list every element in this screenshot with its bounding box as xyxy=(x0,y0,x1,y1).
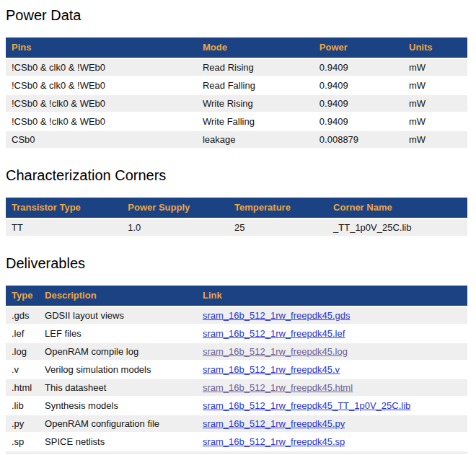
column-header: Description xyxy=(39,286,197,306)
table-cell: GDSII layout views xyxy=(39,307,197,324)
column-header: Units xyxy=(403,37,467,58)
table-cell: .gds xyxy=(6,307,39,324)
table-cell: LEF files xyxy=(39,325,197,342)
deliverable-link[interactable]: sram_16b_512_1rw_freepdk45.lef xyxy=(203,328,345,339)
table-row: .pyOpenRAM configuration filesram_16b_51… xyxy=(6,415,467,432)
table-row: .vVerilog simulation modelssram_16b_512_… xyxy=(6,361,467,378)
table-row: .spSPICE netlistssram_16b_512_1rw_freepd… xyxy=(6,433,467,450)
table-cell: sram_16b_512_1rw_freepdk45.html xyxy=(197,379,467,396)
table-cell: !CSb0 & !clk0 & WEb0 xyxy=(6,113,197,130)
column-header: Power xyxy=(314,37,403,58)
deliverable-link[interactable]: sram_16b_512_1rw_freepdk45.v xyxy=(203,364,340,375)
table-cell: sram_16b_512_1rw_freepdk45.v xyxy=(197,361,467,378)
deliverables-table: TypeDescriptionLink.gdsGDSII layout view… xyxy=(6,284,467,451)
column-header: Type xyxy=(6,286,39,306)
table-row: .gdsGDSII layout viewssram_16b_512_1rw_f… xyxy=(6,307,467,324)
table-cell: leakage xyxy=(197,131,314,148)
table-cell: .log xyxy=(6,343,39,360)
table-cell: sram_16b_512_1rw_freepdk45.lef xyxy=(197,325,467,342)
datasheet-page: Power Data PinsModePowerUnits!CSb0 & clk… xyxy=(0,0,476,454)
table-row: !CSb0 & !clk0 & WEb0Write Rising0.9409mW xyxy=(6,95,467,112)
table-cell: sram_16b_512_1rw_freepdk45.gds xyxy=(197,307,467,324)
characterization-corners-table: Transistor TypePower SupplyTemperatureCo… xyxy=(6,196,467,237)
table-cell: Synthesis models xyxy=(39,397,197,414)
table-cell: 25 xyxy=(229,219,327,236)
table-cell: .lib xyxy=(6,397,39,414)
table-cell: !CSb0 & clk0 & !WEb0 xyxy=(6,77,197,94)
table-cell: !CSb0 & !clk0 & WEb0 xyxy=(6,95,197,112)
header-row: Transistor TypePower SupplyTemperatureCo… xyxy=(6,198,467,218)
table-cell: CSb0 xyxy=(6,131,197,148)
column-header: Transistor Type xyxy=(6,198,122,218)
table-cell: sram_16b_512_1rw_freepdk45.sp xyxy=(197,433,467,450)
table-cell: 0.9409 xyxy=(314,77,403,94)
table-cell: TT xyxy=(6,219,122,236)
deliverable-link[interactable]: sram_16b_512_1rw_freepdk45.py xyxy=(203,418,345,429)
table-row: !CSb0 & clk0 & !WEb0Read Falling0.9409mW xyxy=(6,77,467,94)
table-cell: .html xyxy=(6,379,39,396)
table-cell: OpenRAM compile log xyxy=(39,343,197,360)
table-cell: .lef xyxy=(6,325,39,342)
header-row: TypeDescriptionLink xyxy=(6,286,467,306)
table-row: TT1.025_TT_1p0V_25C.lib xyxy=(6,219,467,236)
table-cell: 0.9409 xyxy=(314,113,403,130)
column-header: Corner Name xyxy=(327,198,467,218)
table-cell: This datasheet xyxy=(39,379,197,396)
table-row: !CSb0 & !clk0 & WEb0Write Falling0.9409m… xyxy=(6,113,467,130)
table-row: .lefLEF filessram_16b_512_1rw_freepdk45.… xyxy=(6,325,467,342)
deliverable-link[interactable]: sram_16b_512_1rw_freepdk45.gds xyxy=(203,310,351,321)
table-cell: mW xyxy=(403,113,467,130)
table-row: .logOpenRAM compile logsram_16b_512_1rw_… xyxy=(6,343,467,360)
deliverable-link[interactable]: sram_16b_512_1rw_freepdk45.html xyxy=(203,382,353,393)
table-cell: 0.008879 xyxy=(314,131,403,148)
table-cell: mW xyxy=(403,131,467,148)
column-header: Power Supply xyxy=(122,198,229,218)
table-cell: sram_16b_512_1rw_freepdk45_TT_1p0V_25C.l… xyxy=(197,397,467,414)
deliverable-link[interactable]: sram_16b_512_1rw_freepdk45_TT_1p0V_25C.l… xyxy=(203,400,410,411)
table-cell: 1.0 xyxy=(122,219,229,236)
table-cell: _TT_1p0V_25C.lib xyxy=(327,219,467,236)
table-cell: Read Falling xyxy=(197,77,314,94)
table-cell: 0.9409 xyxy=(314,59,403,76)
column-header: Temperature xyxy=(229,198,327,218)
table-cell: SPICE netlists xyxy=(39,433,197,450)
header-row: PinsModePowerUnits xyxy=(6,37,467,58)
deliverable-link[interactable]: sram_16b_512_1rw_freepdk45.sp xyxy=(203,436,345,447)
table-cell: mW xyxy=(403,59,467,76)
column-header: Pins xyxy=(6,37,197,58)
table-cell: !CSb0 & clk0 & !WEb0 xyxy=(6,59,197,76)
table-cell: sram_16b_512_1rw_freepdk45.py xyxy=(197,415,467,432)
table-cell: 0.9409 xyxy=(314,95,403,112)
table-cell: mW xyxy=(403,95,467,112)
section-title-power-data: Power Data xyxy=(6,7,467,24)
column-header: Link xyxy=(197,286,467,306)
column-header: Mode xyxy=(197,37,314,58)
table-cell: Write Falling xyxy=(197,113,314,130)
power-data-table: PinsModePowerUnits!CSb0 & clk0 & !WEb0Re… xyxy=(6,36,467,149)
table-cell: .v xyxy=(6,361,39,378)
table-row: .htmlThis datasheetsram_16b_512_1rw_free… xyxy=(6,379,467,396)
table-row: .libSynthesis modelssram_16b_512_1rw_fre… xyxy=(6,397,467,414)
table-cell: mW xyxy=(403,77,467,94)
table-cell: sram_16b_512_1rw_freepdk45.log xyxy=(197,343,467,360)
table-row: CSb0leakage0.008879mW xyxy=(6,131,467,148)
cutoff-row-stripe xyxy=(6,451,467,454)
table-cell: .sp xyxy=(6,433,39,450)
table-cell: Read Rising xyxy=(197,59,314,76)
table-cell: .py xyxy=(6,415,39,432)
table-cell: Write Rising xyxy=(197,95,314,112)
section-title-deliverables: Deliverables xyxy=(6,255,467,272)
table-cell: OpenRAM configuration file xyxy=(39,415,197,432)
table-cell: Verilog simulation models xyxy=(39,361,197,378)
deliverable-link[interactable]: sram_16b_512_1rw_freepdk45.log xyxy=(203,346,348,357)
table-row: !CSb0 & clk0 & !WEb0Read Rising0.9409mW xyxy=(6,59,467,76)
section-title-characterization-corners: Characterization Corners xyxy=(6,167,467,184)
